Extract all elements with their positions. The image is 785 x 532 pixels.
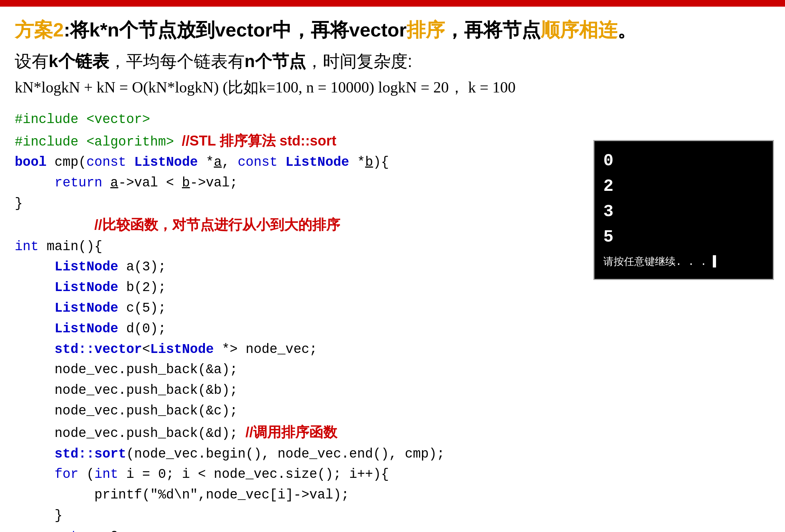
subtitle-line: 设有k个链表，平均每个链表有n个节点，时间复杂度: [15,49,770,73]
title-line: 方案2:将k*n个节点放到vector中，再将vector排序，再将节点顺序相连… [15,18,770,43]
title-prefix: 方案2 [15,19,64,41]
top-bar [0,0,785,7]
title-highlight2: 顺序相连 [541,19,617,41]
subtitle-k-bold: k个链表 [49,52,109,71]
terminal-footer: 请按任意键继续. . . ▌ [603,254,764,269]
code-node-c: ListNode c(5); [15,298,770,319]
code-include1: #include <vector> [15,109,770,130]
terminal-line-3: 3 [603,199,764,225]
code-vector-line: std::vector<ListNode *> node_vec; [15,339,770,360]
complexity-line: kN*logkN + kN = O(kN*logkN) (比如k=100, n … [15,77,770,98]
subtitle-text2: ，平均每个链表有 [109,52,245,71]
code-push3: node_vec.push_back(&c); [15,401,770,421]
code-sort-line: std::sort(node_vec.begin(), node_vec.end… [15,444,770,465]
code-for-line: for (int i = 0; i < node_vec.size(); i++… [15,464,770,485]
title-colon: : [64,19,70,41]
subtitle-text3: ，时间复杂度: [306,52,412,71]
terminal-box: 0 2 3 5 请按任意键继续. . . ▌ [593,140,774,280]
code-node-b: ListNode b(2); [15,277,770,298]
title-text2: ，再将节点 [445,19,541,41]
title-period: 。 [617,19,636,41]
subtitle-text1: 设有 [15,52,49,71]
code-return0: return 0; [15,526,770,532]
code-node-d: ListNode d(0); [15,319,770,339]
terminal-line-5: 5 [603,225,764,250]
code-close-for: } [15,505,770,526]
code-push4: node_vec.push_back(&d); //调用排序函数 [15,421,770,444]
terminal-line-2: 2 [603,174,764,199]
code-push2: node_vec.push_back(&b); [15,380,770,401]
terminal-line-0: 0 [603,148,764,174]
title-text1: 将k*n个节点放到vector中，再将vector [70,19,407,41]
code-push1: node_vec.push_back(&a); [15,360,770,380]
param-a: a [214,155,222,170]
code-printf-line: printf("%d\n",node_vec[i]->val); [15,485,770,505]
subtitle-n-bold: n个节点 [245,52,306,71]
title-highlight1: 排序 [407,19,445,41]
param-b: b [365,155,373,170]
complexity-text: kN*logkN + kN = O(kN*logkN) (比如k=100, n … [15,79,516,96]
